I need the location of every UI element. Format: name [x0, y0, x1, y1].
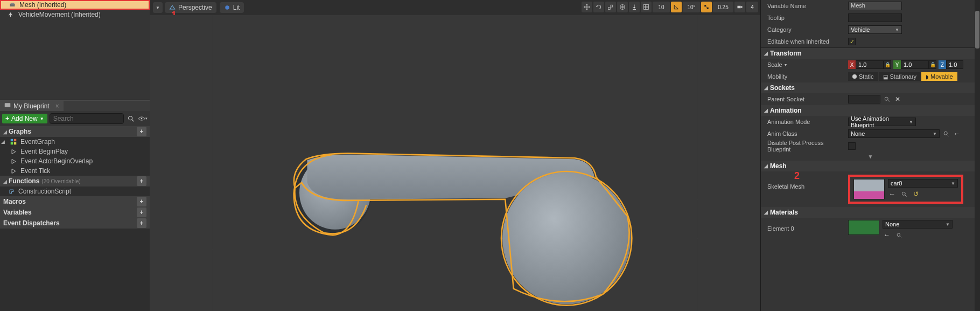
section-functions[interactable]: ◢Functions(20 Overridable) +: [0, 176, 150, 186]
chevron-down-icon: ▼: [933, 132, 937, 136]
tab-my-blueprint[interactable]: My Blueprint ×: [0, 101, 64, 111]
stationary-icon: ⬓: [883, 74, 888, 80]
category-animation[interactable]: ◢Animation: [761, 105, 980, 116]
section-label: Event Dispatchers: [3, 219, 60, 227]
close-icon[interactable]: ×: [55, 102, 59, 110]
use-selected-icon[interactable]: ←: [888, 190, 897, 198]
svg-rect-1: [11, 3, 14, 4]
label-anim-class: Anim Class: [767, 130, 848, 137]
add-function-button[interactable]: +: [137, 176, 146, 186]
angle-snap-toggle[interactable]: [671, 2, 682, 12]
scale-x-input[interactable]: [856, 60, 884, 69]
lit-dropdown[interactable]: Lit: [220, 2, 244, 13]
animation-mode-dropdown[interactable]: Use Animation Blueprint▼: [848, 118, 916, 126]
eye-icon[interactable]: ▾: [138, 114, 148, 123]
scale-snap-value[interactable]: 0.25: [713, 2, 733, 12]
category-sockets[interactable]: ◢Sockets: [761, 82, 980, 93]
tree-item-mesh[interactable]: Mesh (Inherited): [0, 0, 150, 10]
event-tick[interactable]: Event Tick: [0, 166, 150, 176]
svg-point-6: [141, 118, 143, 120]
axis-x-label: X: [848, 60, 856, 69]
disable-post-checkbox[interactable]: [848, 142, 856, 150]
section-macros[interactable]: Macros +: [0, 196, 150, 207]
add-dispatcher-button[interactable]: +: [137, 218, 146, 228]
chevron-down-icon: ▼: [895, 27, 899, 32]
expand-advanced-arrow[interactable]: ▼: [761, 153, 980, 161]
add-graph-button[interactable]: +: [137, 127, 146, 136]
section-graphs[interactable]: ◢Graphs +: [0, 126, 150, 137]
blueprint-icon: [4, 102, 11, 110]
grid-snap-toggle[interactable]: [641, 2, 652, 12]
angle-snap-value[interactable]: 10°: [683, 2, 700, 12]
tree-item-vehicle-movement[interactable]: VehicleMovement (Inherited): [0, 10, 150, 19]
svg-marker-18: [589, 6, 590, 8]
browse-icon[interactable]: [900, 190, 908, 198]
camera-speed-value[interactable]: 4: [746, 2, 758, 12]
parent-socket-field[interactable]: [848, 95, 880, 103]
scale-z-input[interactable]: [946, 60, 963, 69]
mesh-component-icon: [9, 1, 16, 9]
scrollbar-thumb[interactable]: [975, 11, 979, 49]
section-variables[interactable]: Variables +: [0, 207, 150, 218]
mobility-movable[interactable]: ◗Movable: [921, 72, 957, 81]
event-beginplay[interactable]: Event BeginPlay: [0, 147, 150, 156]
reset-default-icon[interactable]: ↺: [912, 190, 920, 198]
surface-snap-button[interactable]: [629, 2, 640, 12]
function-label: ConstructionScript: [18, 188, 71, 195]
svg-marker-11: [12, 149, 16, 154]
label-skeletal-mesh: Skeletal Mesh: [767, 175, 848, 190]
skeletal-mesh-thumbnail[interactable]: [853, 179, 885, 199]
anim-class-dropdown[interactable]: None▼: [848, 129, 940, 138]
graph-item-eventgraph[interactable]: ◢ EventGraph: [0, 137, 150, 147]
material-element0-dropdown[interactable]: None▼: [883, 220, 953, 229]
mobility-stationary[interactable]: ⬓Stationary: [879, 72, 921, 81]
editable-inherited-checkbox[interactable]: ✓: [848, 38, 856, 45]
coord-space-button[interactable]: [617, 2, 628, 12]
variable-name-field[interactable]: Mesh: [848, 2, 902, 10]
add-variable-button[interactable]: +: [137, 208, 146, 217]
lock-icon[interactable]: 🔒: [929, 60, 936, 69]
svg-point-14: [225, 5, 229, 10]
tooltip-field[interactable]: [848, 13, 902, 22]
viewport-3d[interactable]: [150, 15, 760, 311]
search-icon[interactable]: [126, 114, 136, 123]
back-arrow-icon[interactable]: ←: [953, 129, 961, 138]
category-materials[interactable]: ◢Materials: [761, 207, 980, 218]
event-actorbeginoverlap[interactable]: Event ActorBeginOverlap: [0, 156, 150, 166]
browse-icon[interactable]: [894, 231, 903, 239]
use-selected-icon[interactable]: ←: [883, 231, 891, 239]
search-icon[interactable]: [942, 129, 950, 138]
rotate-tool-button[interactable]: [593, 2, 604, 12]
scale-snap-toggle[interactable]: [701, 2, 712, 12]
category-dropdown[interactable]: Vehicle▼: [848, 25, 902, 34]
search-icon[interactable]: [883, 95, 891, 103]
perspective-icon: [169, 4, 176, 11]
add-new-label: Add New: [11, 115, 38, 122]
category-transform[interactable]: ◢Transform: [761, 48, 980, 59]
function-constructionscript[interactable]: ConstructionScript: [0, 186, 150, 196]
svg-marker-17: [584, 6, 585, 8]
lock-icon[interactable]: 🔒: [884, 60, 891, 69]
scale-y-input[interactable]: [901, 60, 929, 69]
label-mobility: Mobility: [767, 73, 848, 80]
clear-icon[interactable]: ✕: [893, 95, 902, 103]
grid-snap-value[interactable]: 10: [653, 2, 670, 12]
viewport-options-button[interactable]: ▼: [153, 2, 163, 13]
add-macro-button[interactable]: +: [137, 197, 146, 206]
section-dispatchers[interactable]: Event Dispatchers +: [0, 218, 150, 229]
skeletal-mesh-dropdown[interactable]: car0▼: [888, 179, 958, 188]
search-input[interactable]: [53, 115, 120, 122]
mobility-static[interactable]: Static: [848, 72, 878, 81]
category-mesh[interactable]: ◢Mesh: [761, 161, 980, 171]
graph-icon: [10, 138, 17, 146]
camera-speed-button[interactable]: [734, 2, 745, 12]
svg-point-41: [502, 172, 631, 304]
axis-z-label: Z: [939, 60, 946, 69]
svg-marker-34: [741, 6, 743, 9]
scale-tool-button[interactable]: [605, 2, 616, 12]
add-new-button[interactable]: + Add New ▼: [2, 114, 47, 123]
details-scrollbar[interactable]: [975, 0, 980, 311]
perspective-dropdown[interactable]: Perspective: [165, 2, 216, 13]
material-thumbnail[interactable]: [848, 220, 879, 235]
move-tool-button[interactable]: [582, 2, 592, 12]
